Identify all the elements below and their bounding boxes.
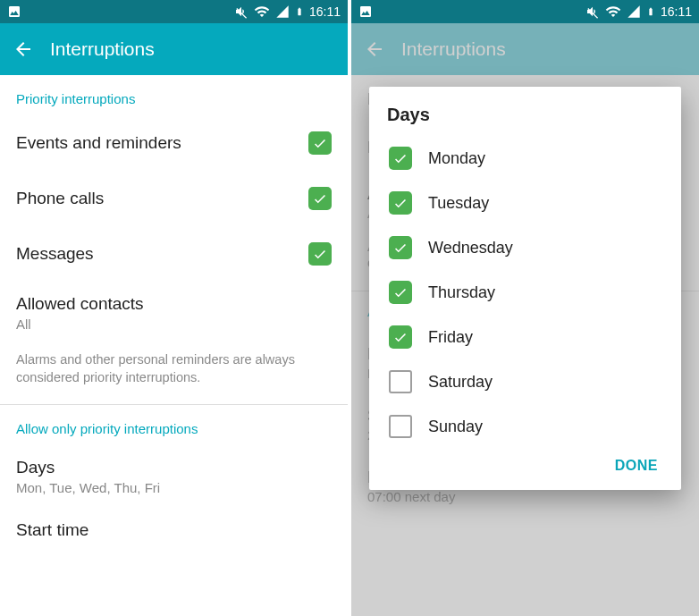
battery-icon: [646, 4, 655, 20]
done-button[interactable]: DONE: [387, 449, 663, 481]
back-icon[interactable]: [13, 38, 34, 60]
day-tuesday[interactable]: Tuesday: [387, 181, 663, 225]
section-allow-only: Allow only priority interruptions: [0, 405, 348, 445]
image-icon: [358, 4, 373, 19]
dialog-title: Days: [387, 105, 663, 125]
phone-right: 16:11 Interruptions P M AAl Alco Al DNo …: [351, 0, 699, 616]
battery-icon: [295, 4, 304, 20]
checkbox-saturday[interactable]: [389, 370, 412, 393]
row-allowed-contacts[interactable]: Allowed contacts All: [0, 282, 348, 344]
status-time: 16:11: [661, 4, 692, 19]
status-bar: 16:11: [0, 0, 348, 23]
checkbox-monday[interactable]: [389, 147, 412, 170]
phone-left: 16:11 Interruptions Priority interruptio…: [0, 0, 348, 616]
day-monday[interactable]: Monday: [387, 136, 663, 181]
days-dialog: Days Monday Tuesday Wednesday Thursday F…: [369, 87, 681, 490]
day-saturday[interactable]: Saturday: [387, 359, 663, 404]
row-events[interactable]: Events and reminders: [0, 115, 348, 171]
row-messages[interactable]: Messages: [0, 226, 348, 282]
status-time: 16:11: [309, 4, 341, 19]
app-bar: Interruptions: [0, 23, 348, 75]
checkbox-wednesday[interactable]: [389, 236, 412, 259]
image-icon: [7, 4, 21, 19]
wifi-icon: [605, 4, 621, 20]
checkbox-messages[interactable]: [308, 242, 332, 266]
day-thursday[interactable]: Thursday: [387, 270, 663, 315]
mute-icon: [234, 4, 248, 19]
checkbox-tuesday[interactable]: [389, 191, 412, 215]
row-start-time[interactable]: Start time: [0, 508, 348, 567]
checkbox-thursday[interactable]: [389, 281, 412, 304]
signal-icon: [627, 4, 641, 19]
checkbox-friday[interactable]: [389, 325, 412, 349]
status-bar: 16:11: [351, 0, 699, 23]
day-sunday[interactable]: Sunday: [387, 404, 663, 449]
wifi-icon: [254, 4, 270, 20]
row-days[interactable]: Days Mon, Tue, Wed, Thu, Fri: [0, 445, 348, 508]
mute-icon: [585, 4, 600, 19]
page-title: Interruptions: [50, 38, 155, 60]
day-wednesday[interactable]: Wednesday: [387, 225, 663, 270]
signal-icon: [275, 4, 290, 19]
checkbox-sunday[interactable]: [389, 415, 412, 438]
priority-note: Alarms and other personal reminders are …: [0, 344, 348, 404]
checkbox-phone[interactable]: [308, 187, 332, 210]
checkbox-events[interactable]: [308, 131, 332, 155]
settings-list: Priority interruptions Events and remind…: [0, 75, 348, 567]
day-friday[interactable]: Friday: [387, 315, 663, 359]
row-phone-calls[interactable]: Phone calls: [0, 171, 348, 226]
section-priority: Priority interruptions: [0, 75, 348, 115]
